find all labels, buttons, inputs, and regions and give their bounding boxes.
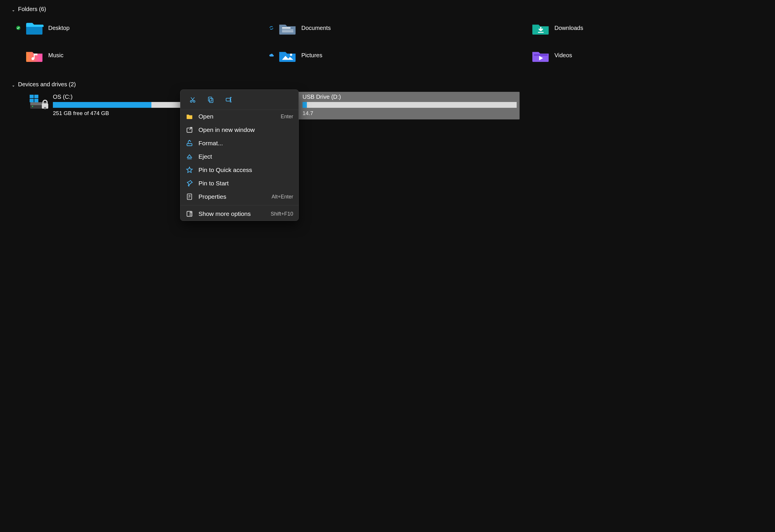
svg-point-7: [290, 53, 292, 56]
svg-rect-12: [30, 95, 34, 98]
videos-folder-icon: [532, 48, 550, 62]
svg-rect-6: [34, 53, 35, 58]
ctx-item-label: Open: [198, 113, 275, 120]
svg-rect-25: [226, 98, 230, 101]
svg-rect-15: [34, 99, 38, 102]
folder-documents[interactable]: Documents: [269, 17, 516, 39]
star-icon: [186, 166, 193, 174]
copy-icon[interactable]: [205, 94, 216, 105]
ctx-eject[interactable]: Eject: [180, 150, 298, 163]
folder-videos[interactable]: Videos: [522, 44, 769, 67]
ctx-item-label: Open in new window: [198, 126, 288, 133]
desktop-folder-icon: [26, 21, 44, 35]
svg-point-17: [44, 107, 46, 109]
svg-rect-8: [534, 54, 548, 56]
ctx-item-label: Format...: [198, 140, 288, 147]
context-menu: Open Enter Open in new window Format... …: [180, 89, 299, 221]
folder-label: Desktop: [48, 25, 69, 31]
folder-downloads[interactable]: Downloads: [522, 17, 769, 39]
folder-desktop[interactable]: Desktop: [16, 17, 263, 39]
synced-badge-icon: [16, 25, 21, 31]
eject-icon: [186, 153, 193, 160]
open-folder-icon: [186, 113, 193, 120]
drives-group-label: Devices and drives (2): [18, 81, 76, 88]
ctx-show-more-options[interactable]: Show more options Shift+F10: [180, 207, 298, 221]
context-menu-top-actions: [180, 90, 298, 110]
drive-used-segment: [302, 102, 307, 108]
pin-icon: [186, 180, 193, 187]
drive-space-bar: [302, 102, 517, 108]
folders-group-header[interactable]: Folders (6): [6, 6, 769, 12]
music-folder-icon: [26, 48, 44, 62]
chevron-down-icon: [12, 8, 15, 11]
context-menu-separator: [180, 205, 298, 205]
drive-free-space: 14.7: [302, 110, 517, 117]
bitlocker-drive-icon: [29, 94, 50, 110]
folders-grid: Desktop Documents Downloads: [6, 17, 769, 67]
folders-group-label: Folders (6): [18, 6, 46, 12]
svg-point-11: [32, 106, 33, 107]
ctx-item-label: Eject: [198, 153, 288, 160]
folder-label: Downloads: [555, 25, 583, 31]
ctx-open[interactable]: Open Enter: [180, 110, 298, 123]
folder-music[interactable]: Music: [16, 44, 263, 67]
ctx-item-label: Properties: [198, 193, 266, 200]
ctx-item-shortcut: Alt+Enter: [271, 194, 293, 200]
ctx-pin-to-start[interactable]: Pin to Start: [180, 177, 298, 190]
svg-rect-13: [34, 95, 38, 98]
drives-grid: OS (C:) 251 GB free of 474 GB USB Drive …: [6, 92, 769, 119]
svg-rect-23: [209, 98, 213, 103]
folder-label: Music: [48, 52, 63, 59]
new-window-icon: [186, 126, 193, 134]
svg-rect-4: [538, 32, 544, 33]
folder-label: Videos: [555, 52, 572, 59]
ctx-item-label: Show more options: [198, 210, 265, 217]
ctx-format[interactable]: Format...: [180, 137, 298, 150]
ctx-item-shortcut: Enter: [281, 114, 293, 120]
ctx-item-label: Pin to Quick access: [198, 166, 288, 173]
downloads-folder-icon: [532, 21, 550, 35]
svg-rect-27: [187, 144, 192, 146]
more-options-icon: [186, 210, 193, 218]
svg-rect-2: [282, 30, 293, 31]
drive-label: USB Drive (D:): [302, 94, 517, 100]
cut-icon[interactable]: [187, 94, 198, 105]
svg-rect-14: [30, 99, 34, 102]
svg-rect-1: [282, 27, 290, 28]
chevron-down-icon: [12, 83, 15, 86]
svg-rect-26: [187, 128, 192, 132]
ctx-open-new-window[interactable]: Open in new window: [180, 123, 298, 137]
drives-group-header[interactable]: Devices and drives (2): [6, 78, 769, 88]
drive-used-segment: [53, 102, 151, 108]
cloud-badge-icon: [269, 53, 274, 58]
ctx-item-shortcut: Shift+F10: [270, 211, 293, 217]
folder-label: Documents: [301, 25, 331, 31]
properties-icon: [186, 193, 193, 200]
no-status-icon: [16, 53, 21, 58]
documents-folder-icon: [279, 21, 297, 35]
folder-label: Pictures: [301, 52, 322, 59]
ctx-item-label: Pin to Start: [198, 180, 288, 187]
rename-icon[interactable]: [223, 94, 234, 105]
no-status-icon: [522, 53, 527, 58]
drive-usb-d[interactable]: USB Drive (D:) 14.7: [276, 92, 520, 119]
format-icon: [186, 139, 193, 147]
no-status-icon: [522, 25, 527, 31]
ctx-properties[interactable]: Properties Alt+Enter: [180, 190, 298, 203]
sync-in-progress-icon: [269, 25, 274, 31]
svg-rect-3: [282, 31, 293, 32]
svg-rect-24: [208, 97, 212, 101]
pictures-folder-icon: [279, 48, 297, 62]
folder-pictures[interactable]: Pictures: [269, 44, 516, 67]
ctx-pin-quick-access[interactable]: Pin to Quick access: [180, 163, 298, 177]
